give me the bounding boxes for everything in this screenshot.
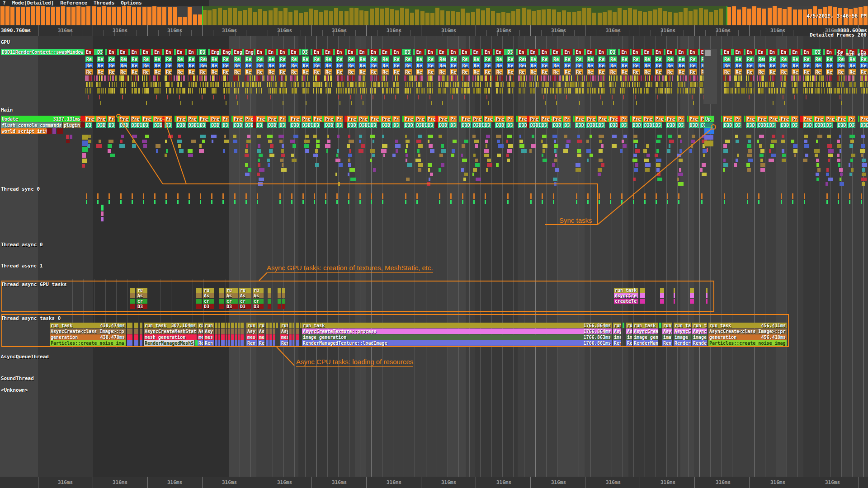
sync-task-tick[interactable] — [781, 193, 782, 199]
gpu-micro-bar[interactable] — [566, 88, 567, 94]
main-sub-task[interactable] — [461, 168, 464, 172]
gpu-micro-bar[interactable] — [269, 75, 271, 81]
gpu-render-block[interactable]: Re — [142, 56, 150, 62]
main-d3-block[interactable]: D3D — [176, 122, 186, 128]
frame-bar[interactable] — [603, 12, 607, 25]
main-sub-task[interactable] — [257, 135, 261, 138]
gpu-render-block[interactable]: Re — [576, 63, 583, 68]
main-sub-task[interactable] — [168, 135, 173, 138]
main-d3-block[interactable]: D3D — [723, 122, 733, 128]
main-d3-block[interactable]: D3D1 — [359, 122, 371, 128]
gpu-micro-bar[interactable] — [573, 82, 575, 87]
main-world-bar[interactable]: world script init — [1, 128, 47, 134]
main-sub-task[interactable] — [485, 140, 488, 143]
gpu-micro-bar[interactable] — [762, 75, 764, 81]
main-sub-task[interactable] — [348, 159, 350, 162]
gpu-render-block[interactable]: Re — [552, 63, 560, 68]
frame-bar[interactable] — [183, 17, 187, 25]
gpu-micro-bar[interactable] — [866, 88, 868, 94]
gpu-micro-bar[interactable] — [862, 82, 864, 87]
gpu-en-block[interactable]: En — [746, 49, 755, 55]
main-sub-task[interactable] — [406, 178, 410, 181]
gpu-micro-bar[interactable] — [786, 75, 787, 81]
main-present-block[interactable]: Pr — [791, 116, 798, 122]
frame-bar[interactable] — [294, 10, 298, 25]
main-present-block[interactable]: Pr — [620, 116, 627, 122]
gpu-micro-bar[interactable] — [410, 88, 411, 94]
gpu-micro-bar[interactable] — [557, 75, 558, 81]
gpu-micro-bar[interactable] — [645, 82, 646, 87]
gpu-render-block[interactable]: Re — [780, 69, 788, 75]
gpu-micro-bar[interactable] — [486, 88, 487, 94]
frame-bar[interactable] — [21, 7, 25, 25]
gpu-render-block[interactable]: Re — [587, 63, 594, 68]
main-sub-task[interactable] — [348, 154, 352, 157]
main-d3-block[interactable]: D3D — [324, 122, 334, 128]
frame-bar[interactable] — [233, 8, 237, 25]
gpu-render-block[interactable]: Re — [348, 63, 355, 68]
gpu-micro-bar[interactable] — [456, 88, 458, 94]
main-sub-task[interactable] — [862, 173, 866, 176]
gpu-micro-bar[interactable] — [468, 88, 470, 94]
gpu-micro-bar[interactable] — [524, 75, 525, 81]
gpu-micro-bar[interactable] — [523, 88, 524, 94]
gpu-micro-bar[interactable] — [409, 75, 411, 81]
sync-task-tick[interactable] — [211, 200, 212, 204]
main-sub-task[interactable] — [554, 159, 557, 162]
gpu-micro-bar[interactable] — [295, 82, 296, 87]
sync-task-tick[interactable] — [200, 193, 201, 199]
main-sub-task[interactable] — [860, 149, 865, 153]
gpu-micro-bar[interactable] — [238, 75, 239, 81]
main-d3-block[interactable]: D3 — [165, 122, 172, 128]
gpu-micro-bar[interactable] — [822, 75, 824, 81]
frame-bar[interactable] — [81, 7, 85, 25]
gpu-micro-bar[interactable] — [274, 82, 274, 87]
main-sub-task[interactable] — [703, 154, 705, 157]
frame-bar[interactable] — [238, 11, 242, 25]
main-d3-block[interactable]: D3D — [267, 122, 277, 128]
gpu-micro-bar[interactable] — [792, 82, 793, 87]
gpu-render-block[interactable]: Re — [769, 69, 776, 75]
gpu-micro-bar[interactable] — [274, 88, 275, 94]
gpu-micro-bar[interactable] — [285, 75, 287, 81]
gpu-micro-bar[interactable] — [247, 88, 248, 94]
gpu-micro-bar[interactable] — [376, 75, 377, 81]
main-flush-bar[interactable]: flush console commands — [1, 122, 62, 128]
gpu-micro-bar[interactable] — [226, 88, 227, 94]
gpu-micro-bar[interactable] — [613, 88, 613, 94]
gpu-micro-bar[interactable] — [297, 75, 298, 81]
main-sub-task[interactable] — [542, 159, 547, 162]
gpu-micro-bar[interactable] — [824, 88, 825, 94]
main-d3-block[interactable]: D3 — [427, 122, 434, 128]
gpu-micro-bar[interactable] — [519, 82, 520, 87]
gpu-micro-bar[interactable] — [302, 88, 304, 94]
gpu-micro-bar[interactable] — [845, 75, 847, 81]
gpu-micro-bar[interactable] — [791, 75, 793, 81]
gpu-micro-bar[interactable] — [771, 88, 773, 94]
gpu-micro-bar[interactable] — [738, 88, 740, 94]
gpu-render-block[interactable]: Re — [735, 63, 742, 68]
main-d3-block[interactable]: D3D — [233, 122, 243, 128]
main-sub-task[interactable] — [269, 149, 273, 153]
gpu-micro-bar[interactable] — [350, 82, 352, 87]
gpu-micro-bar[interactable] — [487, 75, 489, 81]
gpu-micro-bar[interactable] — [136, 88, 137, 94]
gpu-micro-bar[interactable] — [340, 82, 341, 87]
gpu-micro-bar[interactable] — [561, 88, 561, 94]
gpu-micro-bar[interactable] — [671, 88, 672, 94]
gpu-micro-bar[interactable] — [553, 88, 554, 94]
gpu-render-block[interactable]: Re — [780, 63, 788, 68]
main-d3-block[interactable]: D3 — [734, 122, 741, 128]
main-sub-task[interactable] — [258, 159, 260, 162]
main-sub-task[interactable] — [656, 159, 661, 162]
gpu-micro-bar[interactable] — [522, 75, 523, 81]
main-d3-block[interactable]: D3 — [278, 122, 286, 128]
frame-bar[interactable] — [71, 7, 75, 25]
sync-task-tick[interactable] — [781, 200, 782, 204]
gpu-render-block[interactable]: Re — [188, 63, 195, 68]
gpu-micro-bar[interactable] — [245, 75, 246, 81]
gpu-micro-bar[interactable] — [810, 75, 811, 81]
main-sub-task[interactable] — [487, 159, 491, 162]
gpu-micro-bar[interactable] — [844, 75, 844, 81]
frame-bar[interactable] — [193, 14, 197, 25]
